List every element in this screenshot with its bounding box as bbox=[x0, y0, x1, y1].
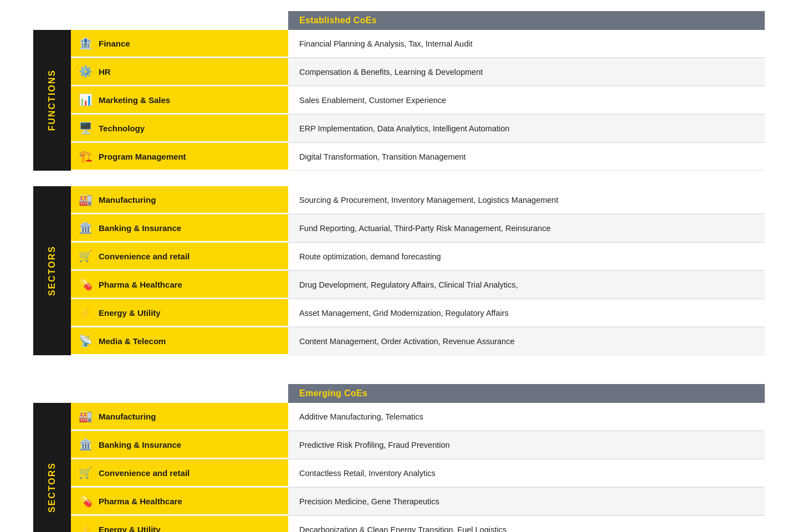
category-icon: 📡 bbox=[78, 334, 93, 347]
header-spacer bbox=[33, 11, 288, 30]
category-name: Pharma & Healthcare bbox=[99, 497, 182, 506]
category-icon: ⚡ bbox=[78, 306, 93, 319]
established-sectors-label: Sectors bbox=[47, 245, 57, 296]
category-cell: ⚙️HR bbox=[71, 58, 288, 86]
established-header: Established CoEs bbox=[288, 11, 765, 30]
category-name: Banking & Insurance bbox=[99, 223, 181, 233]
coes-cell: Digital Transformation, Transition Manag… bbox=[288, 143, 765, 171]
category-cell: 🏗️Program Management bbox=[71, 143, 288, 171]
category-name: HR bbox=[99, 67, 111, 76]
table-row: 🖥️TechnologyERP Implementation, Data Ana… bbox=[71, 115, 765, 143]
coes-cell: Drug Development, Regulatory Affairs, Cl… bbox=[288, 271, 765, 299]
table-row: ⚙️HRCompensation & Benefits, Learning & … bbox=[71, 58, 765, 86]
table-row: 📊Marketing & SalesSales Enablement, Cust… bbox=[71, 86, 765, 115]
coes-cell: Content Management, Order Activation, Re… bbox=[288, 328, 765, 355]
category-name: Convenience and retail bbox=[99, 468, 190, 478]
category-icon: 🏛️ bbox=[78, 221, 93, 234]
coes-cell: Fund Reporting, Actuarial, Third-Party R… bbox=[288, 214, 765, 242]
coes-cell: Sales Enablement, Customer Experience bbox=[288, 86, 765, 114]
category-icon: 🏗️ bbox=[78, 150, 93, 163]
category-icon: ⚡ bbox=[78, 523, 93, 532]
category-cell: 🖥️Technology bbox=[71, 115, 288, 142]
table-row: 🏗️Program ManagementDigital Transformati… bbox=[71, 143, 765, 171]
established-header-row: Established CoEs bbox=[33, 11, 765, 30]
category-cell: 🛒Convenience and retail bbox=[71, 459, 288, 487]
established-sectors-rows: 🏭ManufacturingSourcing & Procurement, In… bbox=[71, 186, 765, 355]
emerging-sectors-label: Sectors bbox=[47, 462, 57, 513]
coes-cell: ERP Implementation, Data Analytics, Inte… bbox=[288, 115, 765, 142]
category-icon: 🏛️ bbox=[78, 438, 93, 451]
category-icon: 💊 bbox=[78, 494, 93, 508]
category-cell: 🏦Finance bbox=[71, 30, 288, 58]
emerging-header: Emerging CoEs bbox=[288, 384, 765, 403]
emerging-sectors-label-column: Sectors bbox=[33, 403, 71, 532]
functions-rows: 🏦FinanceFinancial Planning & Analysis, T… bbox=[71, 30, 765, 171]
category-icon: 🏭 bbox=[78, 193, 93, 206]
category-cell: 🏭Manufacturing bbox=[71, 403, 288, 431]
category-name: Energy & Utility bbox=[99, 525, 161, 533]
category-cell: 🛒Convenience and retail bbox=[71, 243, 288, 270]
category-name: Marketing & Sales bbox=[99, 95, 170, 105]
category-cell: ⚡Energy & Utility bbox=[71, 299, 288, 327]
coes-cell: Sourcing & Procurement, Inventory Manage… bbox=[288, 186, 765, 214]
category-name: Banking & Insurance bbox=[99, 440, 181, 449]
table-row: ⚡Energy & UtilityDecarbonization & Clean… bbox=[71, 516, 765, 532]
emerging-sectors-group: Sectors 🏭ManufacturingAdditive Manufactu… bbox=[33, 403, 765, 532]
coes-cell: Compensation & Benefits, Learning & Deve… bbox=[288, 58, 765, 86]
category-cell: 📊Marketing & Sales bbox=[71, 86, 288, 114]
emerging-header-row: Emerging CoEs bbox=[33, 384, 765, 403]
category-name: Finance bbox=[99, 39, 130, 48]
category-icon: 🏦 bbox=[78, 37, 93, 50]
category-cell: ⚡Energy & Utility bbox=[71, 516, 288, 532]
coes-cell: Financial Planning & Analysis, Tax, Inte… bbox=[288, 30, 765, 58]
category-icon: 💊 bbox=[78, 278, 93, 291]
coes-cell: Decarbonization & Clean Energy Transitio… bbox=[288, 516, 765, 532]
emerging-section: Emerging CoEs Sectors 🏭ManufacturingAddi… bbox=[33, 384, 765, 532]
table-row: ⚡Energy & UtilityAsset Management, Grid … bbox=[71, 299, 765, 328]
coes-cell: Additive Manufacturing, Telematics bbox=[288, 403, 765, 431]
category-icon: 🖥️ bbox=[78, 121, 93, 135]
category-name: Convenience and retail bbox=[99, 252, 190, 261]
emerging-header-spacer bbox=[33, 384, 288, 403]
category-cell: 🏭Manufacturing bbox=[71, 186, 288, 214]
established-sectors-label-column: Sectors bbox=[33, 186, 71, 355]
category-name: Program Management bbox=[99, 152, 186, 161]
category-icon: 🛒 bbox=[78, 249, 93, 263]
category-cell: 📡Media & Telecom bbox=[71, 328, 288, 355]
table-row: 🏛️Banking & InsurancePredictive Risk Pro… bbox=[71, 431, 765, 459]
category-name: Energy & Utility bbox=[99, 308, 161, 318]
functions-group: Functions 🏦FinanceFinancial Planning & A… bbox=[33, 30, 765, 171]
category-icon: 🛒 bbox=[78, 466, 93, 479]
table-row: 🛒Convenience and retailContactless Retai… bbox=[71, 459, 765, 488]
category-name: Pharma & Healthcare bbox=[99, 280, 182, 289]
coes-cell: Predictive Risk Profiling, Fraud Prevent… bbox=[288, 431, 765, 459]
functions-label-column: Functions bbox=[33, 30, 71, 171]
category-cell: 🏛️Banking & Insurance bbox=[71, 214, 288, 242]
category-icon: ⚙️ bbox=[78, 65, 93, 78]
coes-cell: Precision Medicine, Gene Therapeutics bbox=[288, 488, 765, 515]
category-cell: 🏛️Banking & Insurance bbox=[71, 431, 288, 459]
table-row: 🏦FinanceFinancial Planning & Analysis, T… bbox=[71, 30, 765, 58]
category-name: Manufacturing bbox=[99, 412, 156, 421]
table-row: 💊Pharma & HealthcarePrecision Medicine, … bbox=[71, 488, 765, 516]
category-cell: 💊Pharma & Healthcare bbox=[71, 271, 288, 299]
table-row: 💊Pharma & HealthcareDrug Development, Re… bbox=[71, 271, 765, 299]
category-cell: 💊Pharma & Healthcare bbox=[71, 488, 288, 515]
coes-cell: Contactless Retail, Inventory Analytics bbox=[288, 459, 765, 487]
category-name: Manufacturing bbox=[99, 195, 156, 204]
established-section: Established CoEs Functions 🏦FinanceFinan… bbox=[33, 11, 765, 355]
table-row: 📡Media & TelecomContent Management, Orde… bbox=[71, 328, 765, 355]
table-row: 🏭ManufacturingAdditive Manufacturing, Te… bbox=[71, 403, 765, 431]
emerging-sectors-rows: 🏭ManufacturingAdditive Manufacturing, Te… bbox=[71, 403, 765, 532]
coes-cell: Route optimization, demand forecasting bbox=[288, 243, 765, 270]
table-row: 🛒Convenience and retailRoute optimizatio… bbox=[71, 243, 765, 271]
category-icon: 📊 bbox=[78, 93, 93, 106]
category-icon: 🏭 bbox=[78, 410, 93, 423]
functions-label: Functions bbox=[47, 69, 57, 131]
established-sectors-group: Sectors 🏭ManufacturingSourcing & Procure… bbox=[33, 186, 765, 355]
coes-cell: Asset Management, Grid Modernization, Re… bbox=[288, 299, 765, 327]
table-row: 🏛️Banking & InsuranceFund Reporting, Act… bbox=[71, 214, 765, 243]
category-name: Technology bbox=[99, 124, 145, 133]
category-name: Media & Telecom bbox=[99, 336, 166, 346]
table-row: 🏭ManufacturingSourcing & Procurement, In… bbox=[71, 186, 765, 214]
